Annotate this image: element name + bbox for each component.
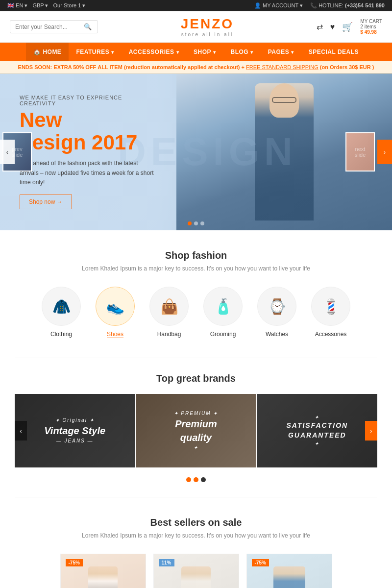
brands-slider: ‹ ✦ Original ✦ Vintage Style — JEANS — ✦…	[15, 394, 377, 467]
category-shoes[interactable]: 👟 Shoes	[96, 287, 135, 338]
product-badge-3: -75%	[252, 559, 269, 566]
logo-subtitle: store all in all	[181, 32, 234, 37]
category-grooming[interactable]: 🧴 Grooming	[203, 287, 243, 338]
category-handbag[interactable]: 👜 Handbag	[149, 287, 189, 338]
product-card-1[interactable]: -75% Emporio Armani Leather ★★★☆☆ £69.86…	[60, 554, 146, 588]
category-shoes-icon: 👟	[96, 287, 135, 326]
shop-fashion-section: Shop fashion Lorem Khaled Ipsum is a maj…	[0, 230, 392, 358]
category-accessories-label: Accessories	[315, 331, 347, 338]
logo[interactable]: JENZO store all in all	[181, 16, 234, 37]
category-watches-icon: ⌚	[257, 287, 296, 326]
brand-vintage-text: ✦ Original ✦ Vintage Style — JEANS —	[44, 417, 105, 444]
categories-list: 🧥 Clothing 👟 Shoes 👜 Handbag 🧴 Grooming …	[15, 287, 377, 338]
brands-items: ✦ Original ✦ Vintage Style — JEANS — ✦ P…	[15, 394, 377, 467]
logo-text: JENZO	[181, 16, 234, 32]
hero-slider: DESIGN prev slide ‹ WE MAKE IT EASY TO E…	[0, 74, 392, 230]
shop-fashion-title: Shop fashion	[15, 250, 377, 261]
brands-dots	[15, 477, 377, 482]
top-bar-left: 🇬🇧 EN ▾ GBP ▾ Our Store 1 ▾	[7, 2, 85, 9]
category-grooming-label: Grooming	[210, 331, 236, 338]
hero-dot-2[interactable]	[194, 221, 198, 225]
shuffle-icon[interactable]: ⇄	[317, 22, 323, 31]
hero-prev-button[interactable]: ‹	[0, 140, 15, 164]
promo-bar: ENDS SOON: EXTRA 50% OFF ALL ITEM (reduc…	[0, 61, 392, 74]
hero-dot-3[interactable]	[200, 221, 204, 225]
brands-section: Top great brands ‹ ✦ Original ✦ Vintage …	[0, 358, 392, 497]
store-selector[interactable]: Our Store 1 ▾	[53, 2, 86, 9]
products-grid: -75% Emporio Armani Leather ★★★☆☆ £69.86…	[15, 554, 377, 588]
nav-item-shop[interactable]: SHOP ▾	[186, 43, 223, 61]
nav-item-blog[interactable]: BLOG ▾	[223, 43, 261, 61]
cart-info[interactable]: MY CART 2 items $ 49.98	[360, 19, 382, 35]
header: 🔍 JENZO store all in all ⇄ ♥ 🛒 MY CART 2…	[0, 11, 392, 43]
nav-item-special-deals[interactable]: SPECIAL DEALS	[301, 43, 366, 61]
brand-item-vintage: ✦ Original ✦ Vintage Style — JEANS —	[15, 394, 135, 467]
brand-item-satisfaction: ✦ SATISFACTION GUARANTEED ✦	[257, 394, 377, 467]
hero-title: New design 2017	[20, 109, 157, 154]
shop-fashion-subtitle: Lorem Khaled Ipsum is a major key to suc…	[15, 265, 377, 272]
brand-satisfaction-text: ✦ SATISFACTION GUARANTEED ✦	[287, 414, 348, 447]
brand-premium-text: ✦ PREMIUM ✦ Premium quality ✦	[174, 410, 219, 451]
cart-icon[interactable]: 🛒	[342, 22, 353, 32]
main-nav: 🏠 HOME FEATURES ▾ ACCESSORIES ▾ SHOP ▾ B…	[0, 43, 392, 61]
brands-title: Top great brands	[15, 373, 377, 384]
category-accessories-icon: 💈	[311, 287, 350, 326]
category-clothing-label: Clothing	[50, 331, 72, 338]
promo-rest: ALL ITEM (reduction automatically applie…	[98, 64, 245, 70]
promo-suffix: (on Orders 30$ EUR )	[320, 64, 374, 70]
currency-selector[interactable]: GBP ▾	[32, 2, 48, 9]
language-selector[interactable]: 🇬🇧 EN ▾	[7, 2, 27, 9]
category-clothing[interactable]: 🧥 Clothing	[42, 287, 81, 338]
hotline: 📞 HOTLINE: (+33)54 541 890	[310, 2, 385, 9]
header-icons: ⇄ ♥ 🛒 MY CART 2 items $ 49.98	[317, 19, 382, 35]
brands-dot-3[interactable]	[201, 477, 206, 482]
hero-next-button[interactable]: ›	[377, 140, 392, 164]
hero-dot-1[interactable]	[188, 221, 192, 225]
hero-next-thumbnail: next slide	[345, 132, 375, 172]
nav-item-accessories[interactable]: ACCESSORIES ▾	[122, 43, 186, 61]
category-handbag-label: Handbag	[157, 331, 181, 338]
product-card-2[interactable]: 11% ♥ 🛒 Add To Cart ✕ Diagonal Bow Tie S…	[153, 554, 239, 588]
category-handbag-icon: 👜	[149, 287, 189, 326]
promo-link[interactable]: FREE STANDARD SHIPPING	[246, 64, 318, 70]
promo-text: ENDS SOON:	[18, 64, 52, 70]
brands-dot-1[interactable]	[186, 477, 191, 482]
hero-subtitle: WE MAKE IT EASY TO EXPRIENCE CREATIVITY	[20, 95, 157, 106]
wishlist-icon[interactable]: ♥	[330, 23, 335, 31]
search-input[interactable]	[15, 24, 84, 30]
product-card-3[interactable]: -75% Blue Distressed Leather ★★★★★ £69.8…	[246, 554, 332, 588]
product-badge-1: -75%	[66, 559, 83, 566]
category-grooming-icon: 🧴	[203, 287, 243, 326]
promo-highlight: EXTRA 50% OFF	[53, 64, 96, 70]
brands-dot-2[interactable]	[194, 477, 198, 482]
bestsellers-subtitle: Lorem Khaled Ipsum is a major key to suc…	[15, 532, 377, 539]
category-watches[interactable]: ⌚ Watches	[257, 287, 296, 338]
category-accessories[interactable]: 💈 Accessories	[311, 287, 350, 338]
search-bar[interactable]: 🔍	[10, 20, 98, 33]
nav-item-features[interactable]: FEATURES ▾	[69, 43, 121, 61]
top-bar: 🇬🇧 EN ▾ GBP ▾ Our Store 1 ▾ 👤 MY ACCOUNT…	[0, 0, 392, 11]
hero-description: Stay ahead of the fashion pack with the …	[20, 159, 157, 187]
account-link[interactable]: 👤 MY ACCOUNT ▾	[254, 2, 303, 9]
top-bar-right: 👤 MY ACCOUNT ▾ 📞 HOTLINE: (+33)54 541 89…	[254, 2, 385, 9]
category-clothing-icon: 🧥	[42, 287, 81, 326]
brand-item-premium: ✦ PREMIUM ✦ Premium quality ✦	[136, 394, 256, 467]
bestsellers-section: Best sellers on sale Lorem Khaled Ipsum …	[0, 497, 392, 588]
category-watches-label: Watches	[266, 331, 288, 338]
hero-dots	[188, 221, 204, 225]
brands-prev-button[interactable]: ‹	[15, 421, 27, 441]
nav-item-pages[interactable]: PAGES ▾	[261, 43, 301, 61]
product-badge-2: 11%	[159, 559, 174, 566]
bestsellers-title: Best sellers on sale	[15, 517, 377, 528]
brands-next-button[interactable]: ›	[365, 421, 377, 441]
nav-item-home[interactable]: 🏠 HOME	[26, 43, 69, 61]
search-icon[interactable]: 🔍	[84, 23, 92, 30]
category-shoes-label: Shoes	[107, 331, 123, 338]
shop-now-button[interactable]: Shop now →	[20, 195, 72, 209]
